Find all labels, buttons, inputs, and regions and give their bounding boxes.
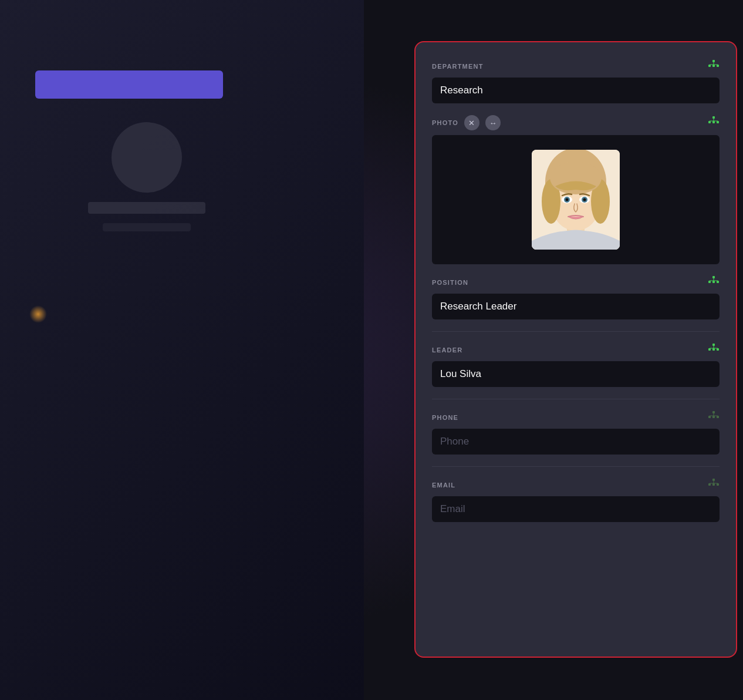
department-input[interactable]: [432, 78, 720, 103]
phone-org-icon[interactable]: [708, 411, 720, 424]
photo-container[interactable]: [432, 135, 720, 264]
svg-rect-8: [712, 116, 715, 119]
email-label: EMAIL: [432, 482, 455, 489]
position-label: POSITION: [432, 279, 468, 286]
leader-section: LEADER: [432, 344, 720, 387]
email-section: EMAIL: [432, 479, 720, 522]
left-avatar-area: [35, 122, 258, 231]
svg-rect-29: [712, 276, 715, 278]
email-org-icon[interactable]: [708, 479, 720, 492]
left-title-bar: [35, 70, 223, 99]
divider-1: [432, 331, 720, 332]
photo-swap-button[interactable]: ↔: [485, 115, 501, 130]
svg-point-25: [566, 198, 569, 201]
photo-label-row: PHOTO ✕ ↔: [432, 115, 720, 130]
position-org-icon[interactable]: [708, 276, 720, 289]
svg-rect-0: [712, 60, 715, 62]
right-panel: DEPARTMENT PHOTO ✕: [414, 41, 737, 658]
department-org-icon[interactable]: [708, 60, 720, 73]
department-label: DEPARTMENT: [432, 63, 484, 70]
email-label-row: EMAIL: [432, 479, 720, 492]
phone-input[interactable]: [432, 429, 720, 455]
svg-rect-39: [712, 348, 715, 351]
svg-rect-47: [712, 416, 715, 418]
svg-rect-45: [712, 411, 715, 413]
position-input[interactable]: [432, 294, 720, 319]
department-section: DEPARTMENT: [432, 60, 720, 103]
leader-org-icon[interactable]: [708, 344, 720, 356]
svg-rect-53: [712, 479, 715, 481]
glow-dot: [29, 305, 47, 323]
phone-label-row: PHONE: [432, 411, 720, 424]
svg-point-28: [583, 198, 586, 201]
photo-section: PHOTO ✕ ↔: [432, 115, 720, 264]
divider-3: [432, 466, 720, 467]
left-avatar: [112, 122, 182, 193]
position-label-row: POSITION: [432, 276, 720, 289]
svg-rect-55: [712, 483, 715, 486]
svg-rect-2: [712, 65, 715, 67]
position-section: POSITION: [432, 276, 720, 319]
leader-input[interactable]: [432, 361, 720, 387]
photo-label-left: PHOTO ✕ ↔: [432, 115, 501, 130]
phone-section: PHONE: [432, 411, 720, 455]
left-content: [35, 70, 258, 231]
photo-label: PHOTO: [432, 119, 458, 126]
phone-label: PHONE: [432, 414, 458, 421]
left-panel: [0, 0, 364, 700]
divider-2: [432, 399, 720, 399]
leader-label-row: LEADER: [432, 344, 720, 356]
left-sub-bar: [103, 223, 191, 231]
left-name-bar: [88, 202, 205, 214]
photo-portrait: [532, 150, 620, 250]
svg-rect-10: [712, 121, 715, 123]
photo-org-icon[interactable]: [708, 116, 720, 129]
svg-rect-37: [712, 344, 715, 346]
department-label-row: DEPARTMENT: [432, 60, 720, 73]
leader-label: LEADER: [432, 346, 462, 354]
photo-clear-button[interactable]: ✕: [464, 115, 479, 130]
svg-rect-31: [712, 281, 715, 283]
email-input[interactable]: [432, 496, 720, 522]
